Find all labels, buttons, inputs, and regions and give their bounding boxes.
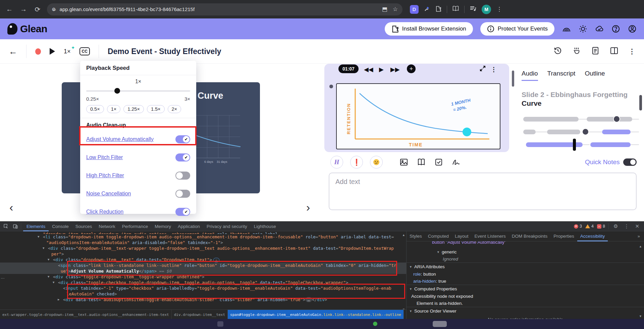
sidebar-scrollbar-thumb[interactable] (639, 95, 642, 110)
speed-chip[interactable]: 1× (107, 105, 121, 113)
gutter-more-icon[interactable]: … (1, 275, 5, 280)
audio-waveform[interactable] (522, 117, 641, 160)
install-app-icon[interactable]: ⬒ (382, 6, 387, 13)
accessibility-row[interactable]: ▼ARIA Attributes (407, 263, 644, 271)
audio-option-toggle[interactable] (175, 172, 190, 180)
waveform-line[interactable] (579, 119, 587, 120)
tab-outline[interactable]: Outline (585, 70, 605, 81)
rainbow-arcs-icon[interactable] (562, 25, 571, 34)
audio-option-row[interactable]: High Pitch Filter (80, 167, 196, 185)
audio-option-toggle[interactable]: ✔ (175, 153, 190, 161)
audio-option-row[interactable]: Adjust Volume Automatically✔ (80, 130, 196, 148)
help-icon[interactable] (611, 25, 620, 34)
video-player[interactable]: 01:07 ◀◀ ▶ ▶▶ + ⋮ RETENTION TIME 1 MONTH… (324, 64, 509, 152)
speed-chip[interactable]: 2× (168, 105, 181, 113)
console-warnings-badge[interactable]: 4 (585, 224, 594, 229)
speed-chip[interactable]: 1.5× (147, 105, 165, 113)
task-checkbox-icon[interactable] (434, 158, 443, 168)
waveform-line[interactable] (631, 144, 639, 145)
slider-track[interactable] (86, 90, 190, 92)
scroll-up-icon[interactable]: ▲ (639, 245, 642, 248)
record-button[interactable] (35, 48, 41, 55)
devtools-close-icon[interactable]: ✕ (634, 223, 641, 229)
code-line[interactable]: ▼<div class="dropdown-item__text" data-t… (0, 257, 406, 263)
taskbar-icon[interactable] (433, 321, 447, 327)
protect-your-events-button[interactable]: Protect Your Events (480, 22, 554, 36)
sidebar-tab-event-listeners[interactable]: Event Listeners (472, 231, 509, 241)
waveform-line[interactable] (631, 132, 639, 132)
expand-icon[interactable] (479, 65, 486, 74)
breadcrumb-item[interactable]: span#toggle-dropdown-item__enableAutoGai… (228, 310, 404, 319)
add-marker-icon[interactable]: + (407, 64, 416, 73)
media-controls-icon[interactable] (470, 6, 476, 13)
audio-option-toggle[interactable]: ✔ (175, 208, 190, 216)
audio-option-link[interactable]: Low Pitch Filter (86, 154, 123, 160)
waveform-line[interactable] (632, 119, 639, 120)
signature-icon[interactable] (452, 158, 461, 168)
breadcrumb-item[interactable]: div.dropdown-item__text (172, 310, 228, 319)
rewind-icon[interactable]: ◀◀ (364, 66, 373, 73)
devtools-tab-application[interactable]: Application (174, 222, 203, 231)
more-tabs-icon[interactable]: » (634, 234, 644, 239)
devtools-tab-performance[interactable]: Performance (119, 222, 151, 231)
sidebar-tab-dom-breakpoints[interactable]: DOM Breakpoints (509, 231, 551, 241)
url-text[interactable]: app.glean.co/event/b6f63755-f911-4be2-bc… (60, 6, 379, 12)
insert-image-icon[interactable] (399, 158, 408, 168)
steam-icon[interactable] (572, 46, 581, 56)
waveform-segment[interactable] (523, 130, 536, 134)
waveform-segment[interactable] (602, 130, 631, 134)
eyedropper-extension-icon[interactable] (424, 6, 430, 13)
scroll-up-icon[interactable]: ▲ (402, 233, 405, 237)
tab-transcript[interactable]: Transcript (547, 70, 576, 81)
browser-profile-avatar[interactable]: M (482, 5, 491, 14)
accessibility-row[interactable]: ▼generic (407, 248, 644, 255)
extensions-puzzle-icon[interactable] (435, 6, 441, 13)
code-line[interactable]: "dropdown-item toggle-dropdown-item audi… (0, 231, 406, 234)
sidebar-tab-styles[interactable]: Styles (407, 231, 425, 241)
reading-material-icon[interactable] (417, 158, 426, 168)
devtools-tab-lighthouse[interactable]: Lighthouse (251, 222, 279, 231)
notes-document-icon[interactable] (591, 46, 600, 56)
scroll-down-icon[interactable]: ▼ (402, 308, 405, 309)
reading-list-icon[interactable] (452, 6, 459, 13)
code-line[interactable]: ▼<div class="toggle-dropdown-item__toggl… (0, 274, 406, 280)
speed-chip[interactable]: 0.5× (86, 105, 104, 113)
heading-style-button[interactable]: H (330, 156, 343, 169)
brightness-icon[interactable] (578, 25, 587, 34)
audio-option-link[interactable]: Click Reduction (86, 209, 123, 215)
audio-option-link[interactable]: Noise Cancellation (86, 191, 131, 197)
sidebar-tab-properties[interactable]: Properties (550, 231, 577, 241)
waveform-segment[interactable] (547, 130, 580, 134)
waveform-segment[interactable] (590, 142, 631, 147)
extension-d-icon[interactable]: D (410, 5, 419, 14)
issues-badge[interactable]: ▪8 (597, 224, 605, 229)
audio-option-row[interactable]: Click Reduction✔ (80, 203, 196, 221)
code-line[interactable]: "audioOptionsItem-enableAutoGain" aria-d… (0, 240, 406, 245)
code-line[interactable]: ue">Adjust Volume Automatically</span> =… (0, 268, 406, 274)
waveform-knob[interactable] (613, 115, 620, 123)
breadcrumb-next-icon[interactable]: ▸ (404, 310, 406, 319)
taskbar-icon[interactable] (217, 321, 223, 327)
breadcrumb-item[interactable]: ext-wrapper.toggle-dropdown-item__text.a… (0, 310, 172, 319)
code-line[interactable]: ▼<div class="dropdown-item__text-wrapper… (0, 245, 406, 251)
player-menu-icon[interactable]: ⋮ (491, 66, 497, 73)
browser-refresh-icon[interactable]: ⟳ (33, 5, 42, 14)
fast-forward-icon[interactable]: ▶▶ (390, 66, 400, 73)
code-line[interactable]: <span class="link link--standalone link-… (0, 263, 406, 268)
devtools-tab-console[interactable]: Console (49, 222, 72, 231)
devtools-settings-icon[interactable]: ⚙ (612, 223, 619, 229)
browser-forward-icon[interactable]: → (19, 5, 28, 14)
speed-slider[interactable] (86, 88, 190, 94)
inspect-element-icon[interactable] (2, 223, 10, 230)
code-line[interactable]: ▶<div data-test="audioOptionsItemToggle-… (0, 297, 406, 302)
audio-option-row[interactable]: Noise Cancellation (80, 185, 196, 203)
waveform-segment[interactable] (587, 117, 632, 122)
devtools-tab-sources[interactable]: Sources (72, 222, 96, 231)
devtools-tab-memory[interactable]: Memory (151, 222, 174, 231)
account-icon[interactable] (628, 25, 637, 34)
site-settings-icon[interactable]: ⚙̶ (52, 7, 56, 12)
layout-panels-icon[interactable] (610, 46, 619, 56)
audio-option-link[interactable]: Adjust Volume Automatically (86, 136, 154, 142)
confused-marker-button[interactable] (370, 156, 383, 169)
speed-chip[interactable]: 1.25× (123, 105, 144, 113)
